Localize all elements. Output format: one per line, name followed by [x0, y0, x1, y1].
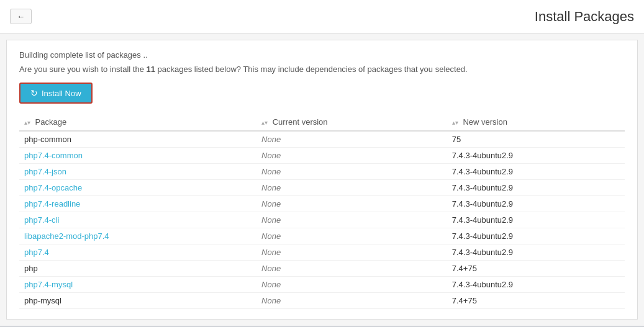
table-row: php-mysqlNone7.4+75	[19, 293, 625, 309]
main-content: Building complete list of packages .. Ar…	[6, 40, 638, 320]
confirm-text: Are you sure you wish to install the 11 …	[19, 65, 625, 74]
package-name-cell: libapache2-mod-php7.4	[19, 228, 256, 244]
package-name-cell: php7.4-opcache	[19, 180, 256, 196]
package-link[interactable]: php7.4-opcache	[24, 183, 82, 192]
table-row: libapache2-mod-php7.4None7.4.3-4ubuntu2.…	[19, 228, 625, 244]
current-version-cell: None	[256, 180, 447, 196]
package-name-cell: php7.4	[19, 244, 256, 261]
table-row: php7.4-mysqlNone7.4.3-4ubuntu2.9	[19, 277, 625, 293]
current-version-cell: None	[256, 228, 447, 244]
new-version-cell: 7.4.3-4ubuntu2.9	[447, 180, 625, 196]
table-row: php7.4-readlineNone7.4.3-4ubuntu2.9	[19, 196, 625, 212]
new-version-cell: 7.4.3-4ubuntu2.9	[447, 244, 625, 261]
col-new-version[interactable]: ▴▾ New version	[447, 114, 625, 131]
current-version-cell: None	[256, 244, 447, 261]
new-version-cell: 7.4.3-4ubuntu2.9	[447, 277, 625, 293]
table-row: php7.4-jsonNone7.4.3-4ubuntu2.9	[19, 164, 625, 180]
package-name-cell: php7.4-mysql	[19, 277, 256, 293]
package-name-cell: php	[19, 261, 256, 277]
table-row: php7.4None7.4.3-4ubuntu2.9	[19, 244, 625, 261]
current-version-cell: None	[256, 196, 447, 212]
confirm-count: 11	[147, 65, 155, 74]
package-link[interactable]: php7.4-readline	[24, 199, 80, 208]
new-version-cell: 7.4+75	[447, 293, 625, 309]
package-link[interactable]: php7.4-cli	[24, 215, 59, 225]
status-text: Building complete list of packages ..	[19, 50, 625, 60]
current-version-cell: None	[256, 277, 447, 293]
sort-icon-new: ▴▾	[452, 119, 458, 126]
table-header: ▴▾ Package ▴▾ Current version ▴▾ New ver…	[19, 114, 625, 131]
package-name-cell: php-mysql	[19, 293, 256, 309]
current-version-cell: None	[256, 148, 447, 164]
package-link[interactable]: php7.4	[24, 248, 49, 257]
window: ← Install Packages Building complete lis…	[0, 0, 644, 327]
package-name-cell: php7.4-cli	[19, 212, 256, 228]
new-version-cell: 7.4.3-4ubuntu2.9	[447, 212, 625, 228]
package-link[interactable]: php7.4-common	[24, 151, 83, 160]
sort-icon-current: ▴▾	[261, 119, 268, 126]
new-version-cell: 7.4+75	[447, 261, 625, 277]
package-link[interactable]: libapache2-mod-php7.4	[24, 231, 109, 241]
table-row: phpNone7.4+75	[19, 261, 625, 277]
package-name-cell: php7.4-readline	[19, 196, 256, 212]
table-row: php7.4-opcacheNone7.4.3-4ubuntu2.9	[19, 180, 625, 196]
header: ← Install Packages	[0, 0, 644, 34]
new-version-cell: 7.4.3-4ubuntu2.9	[447, 196, 625, 212]
confirm-prefix: Are you sure you wish to install the	[19, 65, 147, 74]
package-name-cell: php7.4-json	[19, 164, 256, 180]
new-version-cell: 75	[447, 131, 625, 148]
confirm-suffix: packages listed below? This may include …	[155, 65, 468, 74]
install-now-button[interactable]: ↻ Install Now	[19, 83, 93, 104]
sort-icon-package: ▴▾	[24, 119, 30, 126]
current-version-cell: None	[256, 164, 447, 180]
table-row: php7.4-commonNone7.4.3-4ubuntu2.9	[19, 148, 625, 164]
current-version-cell: None	[256, 131, 447, 148]
package-name-cell: php7.4-common	[19, 148, 256, 164]
packages-tbody: php-commonNone75php7.4-commonNone7.4.3-4…	[19, 131, 625, 309]
table-row: php-commonNone75	[19, 131, 625, 148]
current-version-cell: None	[256, 261, 447, 277]
current-version-cell: None	[256, 212, 447, 228]
page-title: Install Packages	[42, 9, 634, 25]
package-link[interactable]: php7.4-json	[24, 167, 66, 176]
sync-icon: ↻	[30, 88, 38, 98]
install-button-label: Install Now	[42, 89, 81, 98]
new-version-cell: 7.4.3-4ubuntu2.9	[447, 164, 625, 180]
package-name-cell: php-common	[19, 131, 256, 148]
table-row: php7.4-cliNone7.4.3-4ubuntu2.9	[19, 212, 625, 228]
new-version-cell: 7.4.3-4ubuntu2.9	[447, 148, 625, 164]
package-link[interactable]: php7.4-mysql	[24, 280, 73, 289]
packages-table: ▴▾ Package ▴▾ Current version ▴▾ New ver…	[19, 114, 625, 309]
new-version-cell: 7.4.3-4ubuntu2.9	[447, 228, 625, 244]
col-package[interactable]: ▴▾ Package	[19, 114, 256, 131]
back-button[interactable]: ←	[10, 9, 32, 24]
current-version-cell: None	[256, 293, 447, 309]
col-current-version[interactable]: ▴▾ Current version	[256, 114, 447, 131]
